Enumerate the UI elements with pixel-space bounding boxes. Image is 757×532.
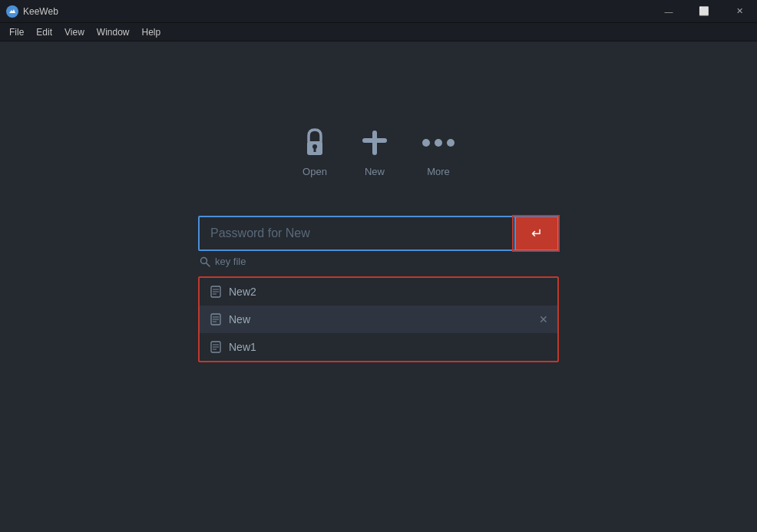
main-content: Open New More ↵ xyxy=(0,41,757,532)
menu-window[interactable]: Window xyxy=(91,25,136,39)
password-input[interactable] xyxy=(200,217,514,249)
new-action[interactable]: New xyxy=(360,126,389,177)
more-action[interactable]: More xyxy=(420,126,457,177)
lock-icon xyxy=(300,126,329,160)
password-area: ↵ key file New2 xyxy=(198,216,559,362)
restore-button[interactable]: ⬜ xyxy=(686,0,722,23)
svg-rect-3 xyxy=(314,148,316,152)
svg-point-8 xyxy=(447,139,455,147)
enter-button[interactable]: ↵ xyxy=(514,217,557,249)
key-file-label: key file xyxy=(215,256,246,267)
new-icon xyxy=(360,126,389,160)
file-name-new1: New1 xyxy=(229,341,547,353)
key-file-search-icon xyxy=(200,256,210,267)
open-label: Open xyxy=(302,166,327,177)
file-name-new2: New2 xyxy=(229,286,547,298)
password-row: ↵ xyxy=(198,216,559,251)
open-action[interactable]: Open xyxy=(300,126,329,177)
file-item-new1[interactable]: New1 xyxy=(200,333,557,361)
file-item-new[interactable]: New ✕ xyxy=(200,306,557,333)
menu-bar: File Edit View Window Help xyxy=(0,23,757,41)
file-item-new2[interactable]: New2 xyxy=(200,278,557,306)
key-file-row[interactable]: key file xyxy=(198,251,559,272)
menu-help[interactable]: Help xyxy=(136,25,167,39)
svg-point-6 xyxy=(422,139,430,147)
more-icon xyxy=(420,126,457,160)
file-name-new: New xyxy=(229,313,547,325)
file-list: New2 New ✕ xyxy=(198,276,559,362)
app-title: KeeWeb xyxy=(23,6,58,17)
action-row: Open New More xyxy=(300,126,457,177)
menu-view[interactable]: View xyxy=(58,25,91,39)
file-icon-new xyxy=(210,313,221,325)
svg-point-7 xyxy=(435,139,442,147)
file-icon-new1 xyxy=(210,341,221,353)
menu-edit[interactable]: Edit xyxy=(30,25,58,39)
more-label: More xyxy=(427,166,450,177)
svg-rect-5 xyxy=(362,138,387,143)
title-controls: — ⬜ ✕ xyxy=(651,0,757,23)
menu-file[interactable]: File xyxy=(3,25,30,39)
svg-line-10 xyxy=(207,263,210,266)
enter-icon: ↵ xyxy=(531,225,543,242)
title-left: KeeWeb xyxy=(0,5,58,18)
close-button[interactable]: ✕ xyxy=(722,0,757,23)
app-icon xyxy=(6,5,18,18)
remove-button-new[interactable]: ✕ xyxy=(539,313,548,325)
new-label: New xyxy=(365,166,385,177)
minimize-button[interactable]: — xyxy=(651,0,686,23)
file-icon-new2 xyxy=(210,286,221,298)
title-bar: KeeWeb — ⬜ ✕ xyxy=(0,0,757,23)
